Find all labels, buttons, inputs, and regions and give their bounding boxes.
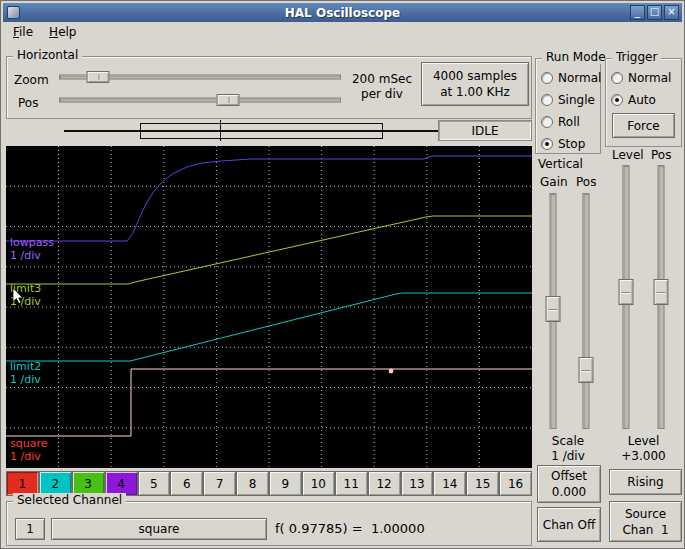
run-mode-frame-label: Run Mode	[542, 50, 610, 64]
scope-area[interactable]: lowpass1 /divlimit31 /divlimit21 /divsqu…	[6, 146, 532, 468]
offset-button[interactable]: Offset 0.000	[537, 465, 601, 503]
record-view-box[interactable]	[140, 123, 383, 139]
selected-channel-number-button[interactable]: 1	[15, 518, 45, 540]
run-mode-option-normal[interactable]: Normal	[541, 70, 600, 86]
gain-slider-handle[interactable]	[545, 296, 560, 322]
run-mode-option-single[interactable]: Single	[541, 92, 600, 108]
radio-label: Stop	[558, 137, 585, 151]
radio-icon	[541, 94, 553, 106]
vertical-pos-slider[interactable]	[578, 193, 593, 429]
trigger-level-slider[interactable]	[618, 165, 633, 429]
trace-label-square: square	[10, 437, 48, 450]
trigger-level-slider-handle[interactable]	[618, 279, 633, 305]
horizontal-frame-label: Horizontal	[13, 48, 82, 62]
trigger-frame-label: Trigger	[612, 50, 661, 64]
menu-help-rest: elp	[58, 25, 76, 39]
vertical-pos-label: Pos	[576, 175, 596, 189]
trace-units-lowpass: 1 /div	[10, 249, 41, 262]
run-mode-frame: Run Mode NormalSingleRollStop	[535, 58, 601, 154]
radio-icon	[541, 72, 553, 84]
menu-file-rest: ile	[19, 25, 33, 39]
offset-value: 0.000	[552, 484, 586, 500]
vertical-pos-slider-trough	[582, 193, 589, 429]
timebase-line1: 200 mSec	[344, 72, 420, 87]
trigger-pos-label: Pos	[651, 148, 671, 162]
scale-readout: Scale 1 /div	[535, 434, 601, 464]
channel-button-13[interactable]: 13	[401, 471, 434, 496]
trigger-source-button[interactable]: Source Chan 1	[609, 501, 682, 542]
zoom-slider-handle[interactable]	[87, 71, 110, 83]
trigger-edge-button[interactable]: Rising	[609, 469, 682, 495]
horizontal-pos-slider-trough	[59, 98, 341, 103]
menu-help[interactable]: Help	[41, 23, 84, 41]
trigger-force-button[interactable]: Force	[612, 113, 675, 138]
radio-icon	[611, 72, 623, 84]
record-trigger-tick	[220, 120, 221, 141]
menu-help-accel: H	[49, 25, 58, 39]
radio-icon	[541, 116, 553, 128]
sample-rate-button[interactable]: 4000 samples at 1.00 KHz	[421, 62, 529, 106]
scope-display[interactable]: lowpass1 /divlimit31 /divlimit21 /divsqu…	[6, 146, 532, 468]
channel-button-16[interactable]: 16	[499, 471, 532, 496]
scope-grid	[6, 146, 532, 468]
channel-button-6[interactable]: 6	[170, 471, 203, 496]
close-button[interactable]: ×	[664, 5, 679, 20]
channel-button-5[interactable]: 5	[138, 471, 171, 496]
zoom-slider[interactable]	[59, 70, 341, 84]
horizontal-frame: Horizontal Zoom Pos 200 mSec per div 400…	[6, 56, 532, 119]
vertical-section-label: Vertical	[538, 157, 583, 171]
radio-label: Normal	[628, 71, 671, 85]
channel-button-7[interactable]: 7	[203, 471, 236, 496]
titlebar-buttons: _□×	[630, 5, 679, 20]
channel-value-readout: f( 0.97785) = 1.00000	[275, 521, 425, 536]
scale-label: Scale	[535, 434, 601, 449]
channel-button-8[interactable]: 8	[236, 471, 269, 496]
gain-slider[interactable]	[545, 193, 560, 429]
trace-label-lowpass: lowpass	[10, 236, 54, 249]
run-mode-option-roll[interactable]: Roll	[541, 114, 600, 130]
trigger-marker	[389, 369, 394, 374]
channel-button-15[interactable]: 15	[466, 471, 499, 496]
selected-channel-name-button[interactable]: square	[51, 518, 267, 540]
trigger-mode-option-normal[interactable]: Normal	[611, 70, 681, 86]
trigger-source-line2: Chan 1	[622, 522, 668, 538]
trigger-force-label: Force	[627, 119, 659, 133]
trigger-pos-slider[interactable]	[653, 165, 668, 429]
app-window: HAL Oscilloscope _□× File Help Horizonta…	[0, 0, 685, 549]
horizontal-pos-slider[interactable]	[59, 93, 341, 107]
channel-button-14[interactable]: 14	[433, 471, 466, 496]
trace-units-square: 1 /div	[10, 450, 41, 463]
menu-file[interactable]: File	[5, 23, 41, 41]
selected-channel-name: square	[139, 522, 180, 536]
horizontal-pos-label: Pos	[18, 96, 38, 110]
minimize-button[interactable]: _	[630, 5, 645, 20]
chan-off-button[interactable]: Chan Off	[537, 507, 601, 542]
trigger-pos-slider-handle[interactable]	[653, 279, 668, 305]
trace-label-limit2: limit2	[10, 360, 41, 373]
run-mode-option-stop[interactable]: Stop	[541, 136, 600, 152]
titlebar[interactable]: HAL Oscilloscope _□×	[3, 3, 682, 22]
radio-icon	[611, 94, 623, 106]
vertical-pos-slider-handle[interactable]	[578, 357, 593, 383]
window-title: HAL Oscilloscope	[3, 6, 682, 20]
offset-label: Offset	[551, 468, 587, 484]
trigger-level-readout: Level +3.000	[605, 434, 682, 464]
trigger-options: NormalAuto	[606, 70, 681, 108]
horizontal-pos-slider-handle[interactable]	[217, 94, 240, 106]
run-mode-options: NormalSingleRollStop	[536, 70, 600, 152]
window-icon	[7, 6, 20, 19]
channel-button-10[interactable]: 10	[302, 471, 335, 496]
channel-button-12[interactable]: 12	[368, 471, 401, 496]
selected-channel-frame-label: Selected Channel	[13, 493, 126, 507]
trigger-level-value-label: Level	[605, 434, 682, 449]
radio-label: Single	[558, 93, 595, 107]
maximize-button[interactable]: □	[647, 5, 662, 20]
channel-button-9[interactable]: 9	[269, 471, 302, 496]
radio-label: Roll	[558, 115, 580, 129]
channel-button-11[interactable]: 11	[335, 471, 368, 496]
trigger-mode-option-auto[interactable]: Auto	[611, 92, 681, 108]
scale-value: 1 /div	[535, 449, 601, 464]
samples-line1: 4000 samples	[433, 68, 517, 84]
trigger-level-label: Level	[612, 148, 644, 162]
zoom-label: Zoom	[14, 73, 49, 87]
